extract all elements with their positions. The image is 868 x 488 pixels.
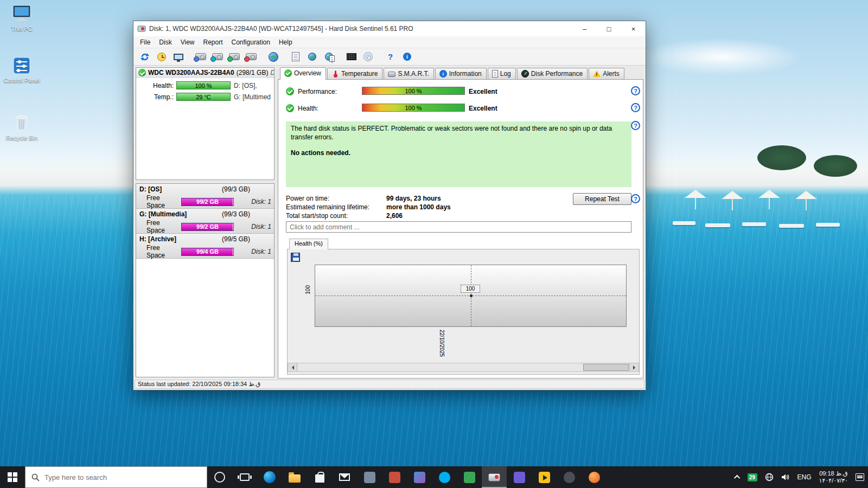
- store-icon: [315, 474, 324, 483]
- menu-report[interactable]: Report: [199, 37, 227, 47]
- free-space-bar: 99/4 GB: [181, 248, 234, 256]
- repeat-test-button[interactable]: Repeat Test: [573, 193, 631, 205]
- media-player-button[interactable]: [532, 466, 557, 488]
- disk-name: WDC WD3200AAJS-22B4A0: [148, 69, 234, 76]
- cortana-button[interactable]: [207, 466, 232, 488]
- tray-chevron-button[interactable]: [732, 466, 744, 488]
- menu-disk[interactable]: Disk: [155, 37, 176, 47]
- tab-information[interactable]: Information: [435, 68, 487, 79]
- app-button-5[interactable]: [457, 466, 482, 488]
- power-on-time-label: Power on time:: [286, 195, 329, 202]
- app-button-2[interactable]: [382, 466, 407, 488]
- tab-overview[interactable]: Overview: [280, 67, 326, 80]
- save-chart-icon[interactable]: [291, 253, 300, 262]
- save-report-button[interactable]: [321, 49, 337, 64]
- store-button[interactable]: [307, 466, 332, 488]
- toolbar: ?: [133, 48, 646, 66]
- title-bar[interactable]: Disk: 1, WDC WD3200AAJS-22B4A0 [WD-WCAT1…: [133, 21, 646, 36]
- scrollbar-thumb[interactable]: [583, 364, 629, 371]
- beach-umbrella: [722, 191, 743, 199]
- tab-alerts[interactable]: Alerts: [589, 68, 624, 79]
- disk-seek-test-button[interactable]: [243, 49, 259, 64]
- sentinel-tray-button[interactable]: 29: [744, 466, 761, 488]
- partition-item-g[interactable]: G: [Multimedia] (99/3 GB) Free Space 99/…: [136, 209, 274, 234]
- disk-health-value: 100 %: [177, 82, 230, 89]
- clock[interactable]: 09:18 ق.ظ ۱۴۰۴/۰۷/۳۰: [815, 466, 852, 488]
- schedule-alert-button[interactable]: [154, 49, 169, 64]
- free-space-bar: 99/2 GB: [181, 223, 234, 231]
- app-button-3[interactable]: [407, 466, 432, 488]
- help-button[interactable]: ?: [382, 49, 398, 64]
- disk-extended-test-icon: [229, 53, 240, 60]
- close-button[interactable]: ×: [621, 21, 646, 36]
- surface-test-button[interactable]: [343, 49, 359, 64]
- umbrella-pole: [769, 197, 770, 209]
- disk-short-test-button[interactable]: [209, 49, 225, 64]
- app-button-7[interactable]: [557, 466, 582, 488]
- partition-item-h[interactable]: H: [Archive] (99/5 GB) Free Space 99/4 G…: [136, 234, 274, 259]
- menu-help[interactable]: Help: [275, 37, 297, 47]
- app-button-8[interactable]: [582, 466, 607, 488]
- content-area: Overview Temperature S.M.A.R.T. Informat…: [276, 66, 644, 378]
- partition-item-d[interactable]: D: [OS] (99/3 GB) Free Space 99/2 GB Dis…: [136, 184, 274, 209]
- minimize-button[interactable]: –: [572, 21, 597, 36]
- disk-list-item[interactable]: WDC WD3200AAJS-22B4A0 (298/1 GB) Dis: [136, 68, 274, 78]
- mail-button[interactable]: [332, 466, 357, 488]
- disk-extended-test-button[interactable]: [226, 49, 242, 64]
- detect-disks-button[interactable]: [170, 49, 186, 64]
- refresh-button[interactable]: [137, 49, 152, 64]
- tray-date: ۱۴۰۴/۰۷/۳۰: [819, 477, 848, 484]
- edge-button[interactable]: [257, 466, 282, 488]
- search-icon: [31, 473, 40, 481]
- menu-view[interactable]: View: [176, 37, 199, 47]
- hard-disk-sentinel-taskbar-button[interactable]: [482, 466, 507, 488]
- task-view-button[interactable]: [232, 466, 257, 488]
- app-button-6[interactable]: [507, 466, 532, 488]
- free-space-label: Free Space: [146, 194, 179, 209]
- comment-input[interactable]: [286, 221, 631, 233]
- report-button[interactable]: [288, 49, 303, 64]
- taskbar-search[interactable]: [25, 466, 207, 488]
- disk-quick-test-button[interactable]: [193, 49, 208, 64]
- chart-tab-health[interactable]: Health (%): [289, 239, 328, 249]
- file-explorer-button[interactable]: [282, 466, 307, 488]
- tab-label: Temperature: [341, 70, 378, 78]
- menu-file[interactable]: File: [136, 37, 155, 47]
- tab-temperature[interactable]: Temperature: [327, 68, 382, 79]
- burn-disc-button[interactable]: [360, 49, 376, 64]
- action-center-button[interactable]: [852, 466, 868, 488]
- tab-smart[interactable]: S.M.A.R.T.: [384, 68, 433, 79]
- desktop-icon-control-panel[interactable]: Control Panel: [0, 56, 43, 84]
- cd-icon: [363, 52, 373, 61]
- start-button[interactable]: [0, 466, 25, 488]
- start-stop-count-label: Total start/stop count:: [286, 212, 348, 220]
- chart-scrollbar[interactable]: [288, 363, 639, 372]
- scroll-right-button[interactable]: [629, 363, 639, 371]
- volume-tray-button[interactable]: [777, 466, 794, 488]
- app-button-4[interactable]: [432, 466, 457, 488]
- tab-disk-performance[interactable]: Disk Performance: [517, 68, 588, 79]
- help-icon[interactable]: ?: [631, 103, 640, 112]
- desktop-icon-this-pc[interactable]: This PC: [0, 4, 43, 32]
- send-report-button[interactable]: [304, 49, 320, 64]
- app-icon: [589, 472, 600, 483]
- health-bar: 100 %: [362, 104, 465, 112]
- disk-quick-test-icon: [195, 53, 206, 60]
- help-icon[interactable]: ?: [631, 121, 640, 130]
- app-button-1[interactable]: [357, 466, 382, 488]
- about-button[interactable]: [399, 49, 415, 64]
- network-tray-button[interactable]: [761, 466, 777, 488]
- remaining-lifetime-value: more than 1000 days: [386, 203, 451, 211]
- menu-configuration[interactable]: Configuration: [227, 37, 275, 47]
- partition-disk: Disk: 1: [251, 223, 271, 230]
- desktop-icon-recycle-bin[interactable]: Recycle Bin: [0, 111, 43, 141]
- search-input[interactable]: [44, 473, 201, 481]
- help-icon[interactable]: ?: [631, 194, 640, 203]
- network-status-button[interactable]: [265, 49, 281, 64]
- scroll-left-button[interactable]: [288, 363, 297, 371]
- tab-log[interactable]: Log: [488, 68, 516, 79]
- language-indicator[interactable]: ENG: [794, 466, 815, 488]
- maximize-button[interactable]: □: [597, 21, 621, 36]
- help-icon[interactable]: ?: [631, 86, 640, 95]
- window-title: Disk: 1, WDC WD3200AAJS-22B4A0 [WD-WCAT1…: [149, 25, 413, 33]
